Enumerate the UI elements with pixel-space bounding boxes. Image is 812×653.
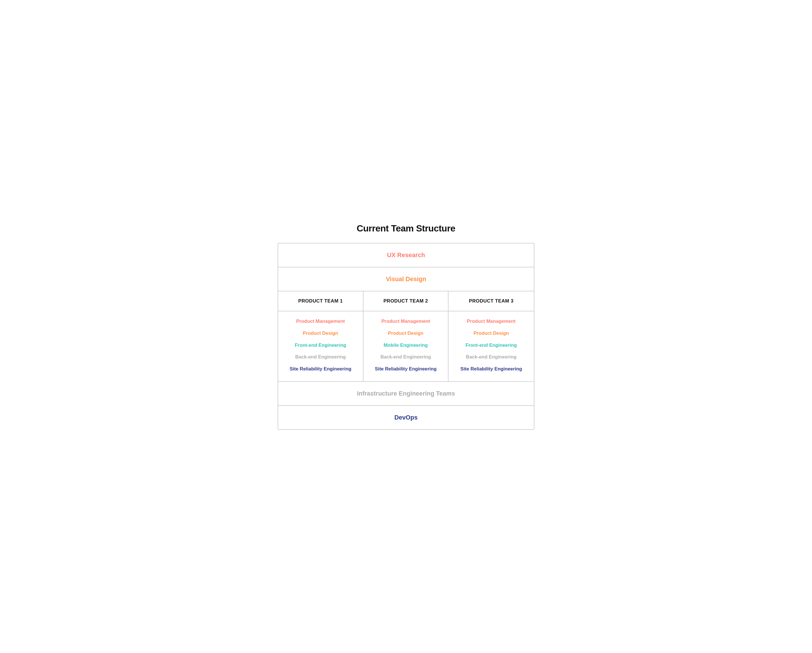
team2-cell: Product Management Product Design Mobile… (363, 311, 449, 381)
team1-frontend-engineering: Front-end Engineering (295, 342, 346, 349)
header-team2-label: PRODUCT TEAM 2 (383, 298, 428, 304)
visual-design-label: Visual Design (386, 275, 426, 283)
team1-backend-engineering: Back-end Engineering (295, 354, 346, 360)
team2-mobile-engineering: Mobile Engineering (384, 342, 428, 349)
devops-row: DevOps (278, 406, 534, 429)
header-cell-team2: PRODUCT TEAM 2 (363, 291, 449, 311)
team3-frontend-engineering: Front-end Engineering (466, 342, 517, 349)
team2-product-design: Product Design (388, 330, 423, 336)
header-team1-label: PRODUCT TEAM 1 (298, 298, 343, 304)
team2-sre: Site Reliability Engineering (375, 366, 437, 372)
team1-product-design: Product Design (303, 330, 338, 336)
devops-label: DevOps (394, 414, 418, 421)
visual-design-row: Visual Design (278, 268, 534, 291)
header-cell-team1: PRODUCT TEAM 1 (278, 291, 363, 311)
team3-cell: Product Management Product Design Front-… (449, 311, 534, 381)
page-title: Current Team Structure (278, 223, 534, 234)
team3-product-design: Product Design (474, 330, 509, 336)
infrastructure-row: Infrastructure Engineering Teams (278, 382, 534, 406)
team1-sre: Site Reliability Engineering (290, 366, 351, 372)
team3-sre: Site Reliability Engineering (460, 366, 522, 372)
org-chart: UX Research Visual Design PRODUCT TEAM 1… (278, 243, 534, 430)
team3-product-management: Product Management (467, 318, 516, 324)
team2-backend-engineering: Back-end Engineering (380, 354, 431, 360)
team2-product-management: Product Management (382, 318, 430, 324)
team1-product-management: Product Management (296, 318, 345, 324)
team3-backend-engineering: Back-end Engineering (466, 354, 516, 360)
header-cell-team3: PRODUCT TEAM 3 (449, 291, 534, 311)
team-details-row: Product Management Product Design Front-… (278, 311, 534, 382)
team1-cell: Product Management Product Design Front-… (278, 311, 363, 381)
product-team-headers: PRODUCT TEAM 1 PRODUCT TEAM 2 PRODUCT TE… (278, 291, 534, 311)
header-team3-label: PRODUCT TEAM 3 (469, 298, 514, 304)
ux-research-row: UX Research (278, 243, 534, 268)
ux-research-label: UX Research (387, 251, 425, 259)
infrastructure-label: Infrastructure Engineering Teams (357, 390, 455, 397)
